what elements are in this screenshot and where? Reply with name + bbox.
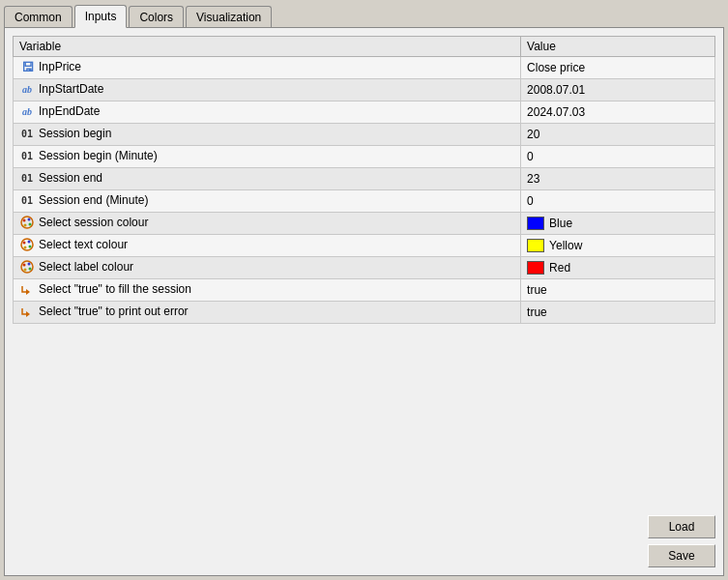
- value-cell: 20: [521, 124, 715, 146]
- variable-cell: 01Session begin (Minute): [14, 146, 521, 168]
- variable-name: Select "true" to print out error: [39, 304, 189, 318]
- value-cell: Yellow: [521, 235, 715, 257]
- color-value-text: Blue: [549, 217, 572, 230]
- table-row[interactable]: Select label colourRed: [14, 257, 715, 279]
- variable-name: Select label colour: [39, 260, 133, 274]
- svg-point-6: [23, 242, 26, 245]
- color-icon: [19, 216, 35, 231]
- col-header-value: Value: [521, 37, 715, 57]
- variable-name: Select session colour: [39, 216, 148, 229]
- variable-cell: 01Session end: [14, 168, 521, 190]
- ab-icon: ab: [19, 82, 35, 98]
- value-cell: 23: [521, 168, 715, 190]
- buttons-area: Load Save: [648, 515, 715, 567]
- value-cell: Close price: [521, 57, 715, 79]
- value-cell: 0: [521, 190, 715, 213]
- color-swatch: [527, 217, 544, 230]
- svg-point-10: [21, 261, 33, 273]
- table-row[interactable]: 01Session begin20: [14, 124, 715, 146]
- variables-table: Variable Value 🖫InpPriceClose priceabInp…: [13, 36, 715, 324]
- tab-visualization[interactable]: Visualization: [186, 6, 272, 28]
- table-row[interactable]: Select "true" to fill the sessiontrue: [14, 279, 715, 302]
- variable-cell: Select "true" to print out error: [14, 302, 521, 324]
- svg-point-8: [29, 246, 32, 248]
- variable-cell: Select "true" to fill the session: [14, 279, 521, 302]
- variable-cell: 01Session end (Minute): [14, 190, 521, 213]
- variable-cell: abInpStartDate: [14, 79, 521, 102]
- 01-icon: 01: [19, 127, 35, 142]
- svg-point-7: [28, 241, 31, 244]
- svg-point-4: [24, 224, 27, 227]
- value-cell: Red: [521, 257, 715, 279]
- variable-name: InpStartDate: [39, 82, 103, 96]
- variable-cell: abInpEndDate: [14, 102, 521, 124]
- variable-cell: 01Session begin: [14, 124, 521, 146]
- table-row[interactable]: Select "true" to print out errortrue: [14, 302, 715, 324]
- value-cell: 2008.07.01: [521, 79, 715, 102]
- svg-point-3: [29, 223, 32, 226]
- color-value-text: Yellow: [549, 239, 582, 252]
- tab-bar: Common Inputs Colors Visualization: [0, 0, 728, 27]
- variable-cell: Select text colour: [14, 235, 521, 257]
- color-swatch: [527, 239, 544, 252]
- table-row[interactable]: abInpStartDate2008.07.01: [14, 79, 715, 102]
- color-value-text: Red: [549, 261, 570, 275]
- color-icon: [19, 260, 35, 276]
- table-row[interactable]: 01Session end (Minute)0: [14, 190, 715, 213]
- variable-cell: Select session colour: [14, 213, 521, 235]
- variable-name: Session begin: [39, 127, 111, 140]
- value-cell: true: [521, 302, 715, 324]
- svg-marker-15: [26, 289, 30, 295]
- variable-name: Session begin (Minute): [39, 149, 158, 162]
- tab-colors[interactable]: Colors: [129, 6, 184, 28]
- table-row[interactable]: 🖫InpPriceClose price: [14, 57, 715, 79]
- svg-point-9: [24, 246, 27, 249]
- svg-point-1: [23, 219, 26, 222]
- variable-cell: Select label colour: [14, 257, 521, 279]
- arrow-icon: [19, 304, 35, 320]
- svg-point-14: [24, 269, 27, 272]
- value-cell: true: [521, 279, 715, 302]
- 01-icon: 01: [19, 193, 35, 209]
- value-cell: Blue: [521, 213, 715, 235]
- value-cell: 0: [521, 146, 715, 168]
- variable-name: InpEndDate: [39, 104, 100, 118]
- svg-point-2: [28, 218, 31, 221]
- variable-name: Select "true" to fill the session: [39, 282, 191, 296]
- arrow-icon: [19, 282, 35, 298]
- svg-point-11: [23, 264, 26, 267]
- disk-icon: 🖫: [19, 60, 35, 75]
- variable-name: Session end (Minute): [39, 193, 148, 207]
- ab-icon: ab: [19, 104, 35, 120]
- table-row[interactable]: Select session colourBlue: [14, 213, 715, 235]
- 01-icon: 01: [19, 149, 35, 164]
- svg-point-5: [21, 239, 33, 250]
- variable-name: Session end: [39, 171, 102, 185]
- table-row[interactable]: 01Session begin (Minute)0: [14, 146, 715, 168]
- main-window: Common Inputs Colors Visualization Varia…: [0, 0, 728, 580]
- svg-point-13: [29, 268, 32, 271]
- save-button[interactable]: Save: [648, 544, 715, 567]
- tab-common[interactable]: Common: [4, 6, 73, 28]
- content-area: Variable Value 🖫InpPriceClose priceabInp…: [4, 27, 724, 576]
- color-swatch: [527, 261, 544, 275]
- variable-cell: 🖫InpPrice: [14, 57, 521, 79]
- table-row[interactable]: 01Session end23: [14, 168, 715, 190]
- color-icon: [19, 238, 35, 253]
- table-row[interactable]: Select text colourYellow: [14, 235, 715, 257]
- col-header-variable: Variable: [14, 37, 521, 57]
- svg-marker-16: [26, 311, 30, 317]
- svg-point-12: [28, 263, 31, 266]
- value-cell: 2024.07.03: [521, 102, 715, 124]
- variable-name: InpPrice: [39, 60, 81, 73]
- 01-icon: 01: [19, 171, 35, 187]
- svg-point-0: [21, 217, 33, 228]
- variable-name: Select text colour: [39, 238, 128, 251]
- load-button[interactable]: Load: [648, 515, 715, 538]
- tab-inputs[interactable]: Inputs: [74, 5, 128, 28]
- table-row[interactable]: abInpEndDate2024.07.03: [14, 102, 715, 124]
